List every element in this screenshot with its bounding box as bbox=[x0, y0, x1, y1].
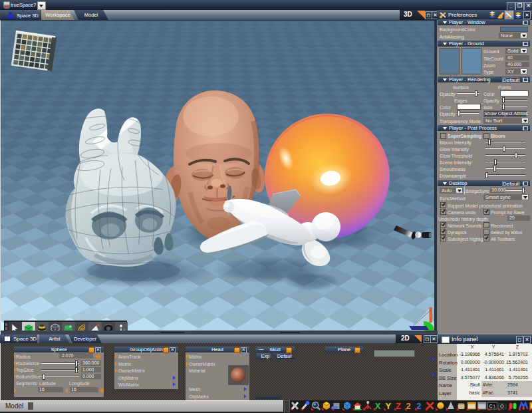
svg-text:C:\: C:\ bbox=[489, 404, 495, 408]
svg-text:Z: Z bbox=[396, 401, 401, 411]
svg-text:2: 2 bbox=[406, 401, 411, 411]
svg-text:2: 2 bbox=[416, 401, 421, 411]
svg-text:X: X bbox=[375, 401, 381, 411]
svg-text:Y: Y bbox=[385, 401, 391, 411]
